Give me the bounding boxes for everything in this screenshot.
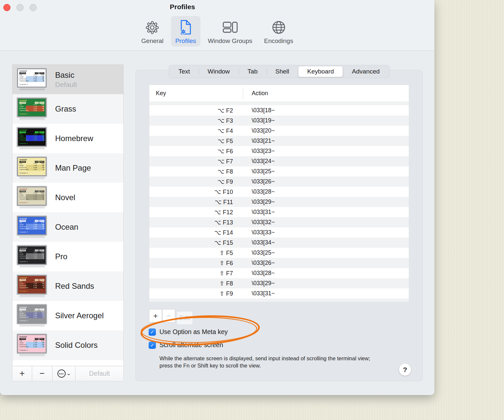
table-row[interactable]: ⇧ F7\033[28~ <box>149 268 409 278</box>
profile-labels: BasicDefault <box>55 71 77 89</box>
tab-keyboard[interactable]: Keyboard <box>298 66 343 77</box>
table-row[interactable]: ⌥ F11\033[29~ <box>149 197 409 207</box>
terminal-thumbnail-icon: Terminal#COMMAND%CPURPRVTtop4.1%231KXcod… <box>17 186 47 206</box>
table-row[interactable]: ⇧ F5\033[25~ <box>149 248 409 258</box>
profile-subtitle: Default <box>55 81 77 89</box>
toolbar-item-general[interactable]: General <box>137 16 168 47</box>
table-row[interactable]: ⌥ F12\033[31~ <box>149 207 409 217</box>
key-cell: ⌥ F6 <box>149 148 243 155</box>
sidebar-item-man-page[interactable]: Terminal#COMMAND%CPURPRVTtop4.1%231KXcod… <box>12 153 123 183</box>
action-cell: \033[26~ <box>243 178 275 185</box>
remove-profile-button[interactable]: − <box>32 366 52 381</box>
table-row[interactable]: ⌥ F5\033[21~ <box>149 136 409 146</box>
option-meta-checkbox[interactable]: ✓ <box>149 328 156 336</box>
profile-labels: Novel <box>55 193 75 202</box>
thumb-footer-line: Terminal # <box>19 113 44 115</box>
scroll-alternate-checkbox[interactable]: ✓ <box>149 342 156 349</box>
scroll-alternate-label[interactable]: Scroll alternate screen <box>159 341 223 349</box>
profiles-sidebar: Terminal#COMMAND%CPURPRVTtop4.1%231KXcod… <box>12 64 124 381</box>
tab-shell[interactable]: Shell <box>266 66 298 77</box>
profile-thumbnail: Terminal#COMMAND%CPURPRVTtop4.1%231KXcod… <box>17 334 47 357</box>
help-button[interactable]: ? <box>399 364 411 376</box>
table-row[interactable]: ⌥ F9\033[26~ <box>149 177 409 187</box>
thumbnail-reflection <box>19 148 45 150</box>
thumb-data-line: loginwindow0.0%4M <box>19 198 44 200</box>
more-options-button[interactable]: ••• ⌄ <box>52 366 75 381</box>
thumb-footer-line: Terminal # <box>19 172 44 174</box>
thumb-cell: 0.0% <box>30 316 37 318</box>
table-row[interactable]: ⇧ F9\033[31~ <box>149 288 409 299</box>
column-header-action[interactable]: Action <box>243 90 268 97</box>
table-row[interactable]: ⌥ F13\033[32~ <box>149 217 409 227</box>
toolbar-item-label: General <box>141 37 164 45</box>
edit-key-button[interactable]: Edit <box>177 311 193 325</box>
sidebar-item-pro[interactable]: Terminal#COMMAND%CPURPRVTtop4.1%231KXcod… <box>12 242 123 271</box>
profile-labels: Ocean <box>55 222 78 232</box>
key-cell: ⌥ F8 <box>149 168 243 175</box>
thumb-cell: loginwindow <box>19 139 30 141</box>
sidebar-item-red-sands[interactable]: Terminal#COMMAND%CPURPRVTtop4.1%231KXcod… <box>12 271 123 301</box>
table-row[interactable]: ⌥ F2\033[18~ <box>149 105 409 116</box>
toolbar-item-profiles[interactable]: Profiles <box>171 16 200 47</box>
toolbar-item-window-groups[interactable]: Window Groups <box>204 16 257 47</box>
sidebar-item-basic[interactable]: Terminal#COMMAND%CPURPRVTtop4.1%231KXcod… <box>12 65 123 94</box>
thumb-cell: 4M <box>37 198 44 200</box>
terminal-thumbnail-icon: Terminal#COMMAND%CPURPRVTtop4.1%231KXcod… <box>17 334 47 353</box>
table-row[interactable]: ⇧ F6\033[26~ <box>149 258 409 268</box>
sidebar-item-ocean[interactable]: Terminal#COMMAND%CPURPRVTtop4.1%231KXcod… <box>12 212 123 242</box>
profile-name: Pro <box>55 252 67 261</box>
column-header-key[interactable]: Key <box>149 90 243 97</box>
thumb-cell: 4M <box>37 257 44 259</box>
remove-key-button[interactable]: − <box>162 309 175 323</box>
table-row[interactable]: ⌥ F3\033[19~ <box>149 116 409 126</box>
thumb-footer-line: Terminal # <box>19 231 44 233</box>
tab-window[interactable]: Window <box>199 66 239 77</box>
tab-text[interactable]: Text <box>170 66 199 77</box>
option-meta-label[interactable]: Use Option as Meta key <box>159 328 228 336</box>
thumb-data-line: loginwindow0.0%4M <box>19 346 44 348</box>
thumb-cell: 0.0% <box>30 80 37 82</box>
sidebar-footer: + − ••• ⌄ Default <box>12 366 123 381</box>
action-cell: \033[24~ <box>243 158 275 165</box>
add-profile-button[interactable]: + <box>12 366 32 381</box>
profile-thumbnail: Terminal#COMMAND%CPURPRVTtop4.1%231KXcod… <box>17 186 47 209</box>
table-row[interactable]: ⌥ F4\033[20~ <box>149 126 409 136</box>
thumb-data-line: loginwindow0.0%4M <box>19 139 44 141</box>
tab-tab[interactable]: Tab <box>239 66 266 77</box>
thumb-cell: 0.0% <box>30 169 37 171</box>
thumb-data-line: loginwindow0.0%4M <box>19 228 44 230</box>
thumb-cell: loginwindow <box>19 110 30 112</box>
table-row[interactable]: ⌥ F7\033[24~ <box>149 156 409 166</box>
thumb-cell: 4M <box>37 287 44 289</box>
thumb-cell: 0.0% <box>30 346 37 348</box>
profile-settings-panel: TextWindowTabShellKeyboardAdvanced Key A… <box>136 70 423 381</box>
table-row[interactable]: ⇧ F8\033[29~ <box>149 278 409 288</box>
sidebar-item-novel[interactable]: Terminal#COMMAND%CPURPRVTtop4.1%231KXcod… <box>12 183 123 212</box>
thumbnail-reflection <box>19 177 45 179</box>
table-row[interactable]: ⌥ F15\033[34~ <box>149 238 409 248</box>
action-cell: \033[31~ <box>243 290 275 297</box>
profile-name: Basic <box>55 71 77 80</box>
sidebar-item-homebrew[interactable]: Terminal#COMMAND%CPURPRVTtop4.1%231KXcod… <box>12 124 123 153</box>
thumb-cell: 4M <box>37 80 44 82</box>
sidebar-item-silver-aerogel[interactable]: Terminal#COMMAND%CPURPRVTtop4.1%231KXcod… <box>12 301 123 330</box>
action-cell: \033[21~ <box>243 137 275 144</box>
sidebar-item-solid-colors[interactable]: Terminal#COMMAND%CPURPRVTtop4.1%231KXcod… <box>12 330 123 360</box>
globe-icon <box>271 18 286 36</box>
window-title: Profiles <box>0 3 365 11</box>
key-cell: ⌥ F4 <box>149 127 243 135</box>
toolbar-item-encodings[interactable]: Encodings <box>260 16 298 47</box>
set-default-button[interactable]: Default <box>75 366 123 381</box>
add-key-button[interactable]: + <box>149 309 162 323</box>
key-cell: ⇧ F9 <box>149 290 243 297</box>
alternate-screen-help-text: While the alternate screen is displayed,… <box>159 355 380 369</box>
terminal-thumbnail-icon: Terminal#COMMAND%CPURPRVTtop4.1%231KXcod… <box>17 304 47 324</box>
table-row[interactable]: ⌥ F14\033[33~ <box>149 227 409 238</box>
sidebar-item-grass[interactable]: Terminal#COMMAND%CPURPRVTtop4.1%231KXcod… <box>12 94 123 124</box>
table-row[interactable]: ⌥ F10\033[28~ <box>149 187 409 197</box>
table-row[interactable]: ⌥ F6\033[23~ <box>149 146 409 156</box>
profile-labels: Grass <box>55 104 76 114</box>
tab-advanced[interactable]: Advanced <box>343 66 389 77</box>
thumb-cell: 0.0% <box>30 287 37 289</box>
table-row[interactable]: ⌥ F8\033[25~ <box>149 166 409 177</box>
